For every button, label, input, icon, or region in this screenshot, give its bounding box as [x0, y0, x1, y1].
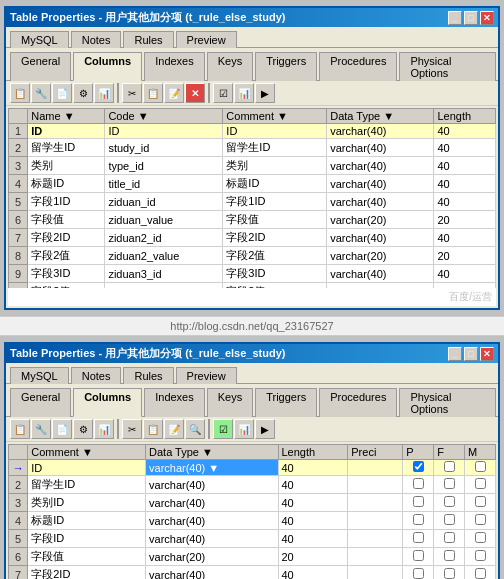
- table-container-2[interactable]: Comment ▼ Data Type ▼ Length Preci P F M…: [8, 444, 496, 579]
- datatype-cell[interactable]: varchar(40): [146, 512, 278, 530]
- datatype-cell[interactable]: varchar(40): [146, 476, 278, 494]
- code-cell[interactable]: title_id: [105, 175, 223, 193]
- f-checkbox[interactable]: [444, 532, 455, 543]
- tb-btn-1[interactable]: 📋: [10, 83, 30, 103]
- f-cell[interactable]: [434, 548, 465, 566]
- name-cell[interactable]: 字段值: [28, 211, 105, 229]
- comment-cell[interactable]: 字段3ID: [223, 265, 327, 283]
- tab-triggers-1[interactable]: Triggers: [255, 52, 317, 81]
- comment-cell[interactable]: ID: [223, 124, 327, 139]
- maximize-button-1[interactable]: □: [464, 11, 478, 25]
- comment-cell[interactable]: 字段2ID: [28, 566, 146, 580]
- datatype-cell[interactable]: varchar(40): [146, 530, 278, 548]
- name-cell[interactable]: 字段2ID: [28, 229, 105, 247]
- length-cell[interactable]: 40: [434, 157, 496, 175]
- tb2-btn-1[interactable]: 📋: [10, 419, 30, 439]
- tb-btn-8[interactable]: 📝: [164, 83, 184, 103]
- table-row[interactable]: 6 字段值 ziduan_value 字段值 varchar(20) 20: [9, 211, 496, 229]
- tb2-btn-4[interactable]: ⚙: [73, 419, 93, 439]
- tab-general-1[interactable]: General: [10, 52, 71, 81]
- tab-rules-2[interactable]: Rules: [123, 367, 173, 384]
- tb-btn-5[interactable]: 📊: [94, 83, 114, 103]
- p-checkbox[interactable]: [413, 568, 424, 579]
- table-row[interactable]: 2 留学生ID study_id 留学生ID varchar(40) 40: [9, 139, 496, 157]
- datatype-cell[interactable]: varchar(20): [146, 548, 278, 566]
- preci-cell[interactable]: [348, 494, 403, 512]
- table-row[interactable]: 7 字段2ID varchar(40) 40: [9, 566, 496, 580]
- code-cell[interactable]: ID: [105, 124, 223, 139]
- length-cell[interactable]: 40: [434, 193, 496, 211]
- tb2-btn-10[interactable]: ☑: [213, 419, 233, 439]
- length-cell[interactable]: 20: [278, 548, 348, 566]
- minimize-button-1[interactable]: _: [448, 11, 462, 25]
- tab-rules-1[interactable]: Rules: [123, 31, 173, 48]
- p-checkbox[interactable]: [413, 532, 424, 543]
- p-cell[interactable]: [403, 460, 434, 476]
- p-checkbox[interactable]: [413, 478, 424, 489]
- comment-cell[interactable]: 类别: [223, 157, 327, 175]
- close-button-1[interactable]: ✕: [480, 11, 494, 25]
- code-cell[interactable]: ziduan_id: [105, 193, 223, 211]
- m-checkbox[interactable]: [475, 532, 486, 543]
- table-row[interactable]: 5 字段1ID ziduan_id 字段1ID varchar(40) 40: [9, 193, 496, 211]
- f-cell[interactable]: [434, 460, 465, 476]
- datatype-cell[interactable]: varchar(40): [146, 494, 278, 512]
- p-cell[interactable]: [403, 494, 434, 512]
- comment-cell[interactable]: 字段2ID: [223, 229, 327, 247]
- f-checkbox[interactable]: [444, 514, 455, 525]
- code-cell[interactable]: ziduan2_value: [105, 247, 223, 265]
- p-checkbox[interactable]: [413, 550, 424, 561]
- m-checkbox[interactable]: [475, 461, 486, 472]
- m-cell[interactable]: [465, 530, 496, 548]
- f-cell[interactable]: [434, 566, 465, 580]
- tab-indexes-2[interactable]: Indexes: [144, 388, 205, 417]
- datatype-cell[interactable]: varchar(40): [327, 124, 434, 139]
- name-cell[interactable]: 字段3ID: [28, 265, 105, 283]
- tab-notes-2[interactable]: Notes: [71, 367, 122, 384]
- name-cell[interactable]: 字段1ID: [28, 193, 105, 211]
- length-cell[interactable]: 20: [434, 247, 496, 265]
- tb2-btn-11[interactable]: 📊: [234, 419, 254, 439]
- comment-cell[interactable]: 字段ID: [28, 530, 146, 548]
- f-checkbox[interactable]: [444, 461, 455, 472]
- f-cell[interactable]: [434, 512, 465, 530]
- tb-btn-12[interactable]: ▶: [255, 83, 275, 103]
- tab-keys-1[interactable]: Keys: [207, 52, 253, 81]
- datatype-cell[interactable]: varchar(20): [327, 211, 434, 229]
- table-row[interactable]: 3 类别ID varchar(40) 40: [9, 494, 496, 512]
- tab-preview-2[interactable]: Preview: [176, 367, 237, 384]
- comment-cell[interactable]: 标题ID: [223, 175, 327, 193]
- datatype-cell[interactable]: varchar(20): [327, 247, 434, 265]
- table-row[interactable]: 4 标题ID varchar(40) 40: [9, 512, 496, 530]
- tb2-btn-3[interactable]: 📄: [52, 419, 72, 439]
- preci-cell[interactable]: [348, 548, 403, 566]
- f-cell[interactable]: [434, 476, 465, 494]
- m-checkbox[interactable]: [475, 478, 486, 489]
- comment-cell[interactable]: ID: [28, 460, 146, 476]
- tab-mysql-2[interactable]: MySQL: [10, 367, 69, 384]
- p-cell[interactable]: [403, 476, 434, 494]
- tb-btn-2[interactable]: 🔧: [31, 83, 51, 103]
- tab-triggers-2[interactable]: Triggers: [255, 388, 317, 417]
- comment-cell[interactable]: 留学生ID: [223, 139, 327, 157]
- comment-cell[interactable]: 字段值: [223, 211, 327, 229]
- comment-cell[interactable]: 标题ID: [28, 512, 146, 530]
- preci-cell[interactable]: [348, 512, 403, 530]
- tb-btn-7[interactable]: 📋: [143, 83, 163, 103]
- datatype-cell[interactable]: varchar(40): [327, 229, 434, 247]
- tab-procedures-1[interactable]: Procedures: [319, 52, 397, 81]
- f-cell[interactable]: [434, 494, 465, 512]
- f-checkbox[interactable]: [444, 550, 455, 561]
- preci-cell[interactable]: [348, 476, 403, 494]
- length-cell[interactable]: 40: [278, 476, 348, 494]
- comment-cell[interactable]: 留学生ID: [28, 476, 146, 494]
- tab-physical-2[interactable]: Physical Options: [399, 388, 496, 417]
- tab-columns-2[interactable]: Columns: [73, 388, 142, 417]
- table-row[interactable]: 6 字段值 varchar(20) 20: [9, 548, 496, 566]
- m-cell[interactable]: [465, 566, 496, 580]
- table-row[interactable]: 9 字段3ID ziduan3_id 字段3ID varchar(40) 40: [9, 265, 496, 283]
- name-cell[interactable]: ID: [28, 124, 105, 139]
- f-checkbox[interactable]: [444, 496, 455, 507]
- tab-notes-1[interactable]: Notes: [71, 31, 122, 48]
- m-cell[interactable]: [465, 460, 496, 476]
